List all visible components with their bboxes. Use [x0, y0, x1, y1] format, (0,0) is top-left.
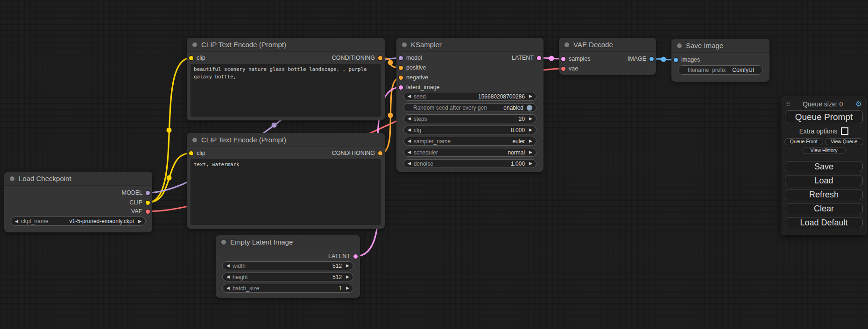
decrement-arrow-icon[interactable]: ◀ [408, 117, 411, 121]
link-dot-cond-2[interactable] [388, 113, 393, 118]
load-default-button[interactable]: Load Default [785, 217, 863, 228]
refresh-button[interactable]: Refresh [785, 189, 863, 200]
collapse-dot-icon[interactable] [565, 42, 569, 47]
node-header[interactable]: Load Checkpoint [4, 172, 152, 186]
increment-arrow-icon[interactable]: ▶ [529, 150, 532, 154]
collapse-dot-icon[interactable] [677, 43, 682, 48]
queue-prompt-button[interactable]: Queue Prompt [785, 110, 863, 124]
collapse-dot-icon[interactable] [402, 42, 407, 47]
node-empty-latent-image[interactable]: Empty Latent Image LATENT ◀ width 512 ▶ … [216, 235, 360, 298]
scheduler-combo[interactable]: ◀ scheduler normal ▶ [403, 148, 536, 157]
decrement-arrow-icon[interactable]: ◀ [226, 264, 230, 268]
drag-handle-icon[interactable]: ⠿ [786, 101, 790, 108]
decrement-arrow-icon[interactable]: ◀ [408, 161, 411, 166]
image-port-icon[interactable] [649, 57, 654, 61]
view-queue-button[interactable]: View Queue [825, 138, 864, 145]
vae-port-icon[interactable] [146, 210, 150, 214]
node-header[interactable]: Save Image [671, 39, 769, 53]
increment-arrow-icon[interactable]: ▶ [138, 219, 141, 224]
toggle-enabled-icon[interactable] [527, 105, 532, 111]
decrement-arrow-icon[interactable]: ◀ [408, 139, 411, 143]
link-dot-clip-2[interactable] [167, 175, 172, 181]
conditioning-port-icon[interactable] [399, 66, 403, 70]
collapse-dot-icon[interactable] [192, 42, 197, 47]
node-header[interactable]: KSampler [396, 38, 543, 52]
node-vae-decode[interactable]: VAE Decode samples vae IMAGE [559, 38, 656, 75]
node-clip-text-encode-negative[interactable]: CLIP Text Encode (Prompt) clip CONDITION… [187, 133, 385, 229]
node-load-checkpoint[interactable]: Load Checkpoint MODEL CLIP VAE ◀ ckpt_na… [4, 172, 152, 232]
clip-port-icon[interactable] [189, 151, 193, 155]
steps-number-widget[interactable]: ◀ steps 20 ▶ [403, 114, 536, 123]
increment-arrow-icon[interactable]: ▶ [346, 286, 349, 290]
ckpt-name-combo[interactable]: ◀ ckpt_name v1-5-pruned-emaonly.ckpt ▶ [11, 217, 146, 226]
vae-port-icon[interactable] [561, 67, 565, 71]
latent-port-icon[interactable] [399, 85, 403, 90]
image-port-icon[interactable] [674, 58, 678, 62]
decrement-arrow-icon[interactable]: ◀ [408, 150, 411, 154]
conditioning-port-icon[interactable] [378, 56, 382, 60]
clip-port-icon[interactable] [146, 201, 150, 205]
queue-small-buttons-row: Queue Front View Queue [784, 138, 863, 145]
widget-value: 1 [339, 285, 342, 292]
increment-arrow-icon[interactable]: ▶ [346, 264, 349, 268]
denoise-number-widget[interactable]: ◀ denoise 1.000 ▶ [403, 159, 536, 168]
settings-gear-icon[interactable]: ⚙ [855, 100, 862, 108]
slot-label: CONDITIONING [332, 55, 375, 61]
prompt-textarea[interactable]: beautiful scenery nature glass bottle la… [191, 64, 381, 117]
decrement-arrow-icon[interactable]: ◀ [226, 275, 230, 279]
increment-arrow-icon[interactable]: ▶ [529, 94, 532, 98]
width-number-widget[interactable]: ◀ width 512 ▶ [222, 261, 353, 270]
prompt-textarea[interactable]: text, watermark [191, 159, 381, 225]
node-title: CLIP Text Encode (Prompt) [201, 41, 286, 49]
model-port-icon[interactable] [399, 56, 403, 60]
latent-port-icon[interactable] [537, 56, 541, 60]
cfg-number-widget[interactable]: ◀ cfg 8.000 ▶ [403, 126, 536, 134]
node-save-image[interactable]: Save Image images filename_prefix ComfyU… [671, 39, 769, 82]
collapse-dot-icon[interactable] [221, 240, 226, 245]
height-number-widget[interactable]: ◀ height 512 ▶ [222, 273, 353, 281]
increment-arrow-icon[interactable]: ▶ [529, 128, 532, 132]
latent-port-icon[interactable] [353, 254, 358, 259]
decrement-arrow-icon[interactable]: ◀ [408, 128, 411, 132]
increment-arrow-icon[interactable]: ▶ [529, 139, 532, 143]
latent-port-icon[interactable] [561, 57, 565, 61]
save-button[interactable]: Save [785, 161, 863, 172]
collapse-dot-icon[interactable] [192, 138, 197, 142]
node-header[interactable]: CLIP Text Encode (Prompt) [187, 38, 385, 52]
conditioning-port-icon[interactable] [399, 76, 403, 80]
clip-port-icon[interactable] [189, 56, 193, 60]
link-dot-latent[interactable] [549, 56, 554, 61]
node-header[interactable]: VAE Decode [559, 38, 656, 52]
seed-number-widget[interactable]: ◀ seed 156680208700286 ▶ [403, 92, 536, 101]
decrement-arrow-icon[interactable]: ◀ [226, 286, 230, 290]
increment-arrow-icon[interactable]: ▶ [529, 161, 532, 166]
view-history-button[interactable]: View History [803, 147, 846, 154]
extra-options-checkbox[interactable] [841, 127, 848, 135]
node-clip-text-encode-positive[interactable]: CLIP Text Encode (Prompt) clip CONDITION… [187, 38, 385, 120]
node-header[interactable]: Empty Latent Image [216, 235, 360, 249]
link-dot-model[interactable] [272, 123, 277, 128]
node-header[interactable]: CLIP Text Encode (Prompt) [187, 133, 385, 147]
load-button[interactable]: Load [785, 175, 863, 186]
batch-size-number-widget[interactable]: ◀ batch_size 1 ▶ [222, 284, 353, 293]
sampler-name-combo[interactable]: ◀ sampler_name euler ▶ [403, 137, 536, 146]
filename-prefix-field[interactable]: filename_prefix ComfyUI [678, 65, 763, 75]
conditioning-port-icon[interactable] [378, 151, 382, 155]
collapse-dot-icon[interactable] [10, 176, 14, 181]
queue-front-button[interactable]: Queue Front [784, 138, 823, 145]
link-dot-cond-1[interactable] [388, 60, 393, 65]
input-slot-latent-image: latent_image [399, 83, 440, 91]
link-dot-image[interactable] [661, 57, 666, 62]
model-port-icon[interactable] [146, 191, 150, 195]
link-dot-clip-1[interactable] [167, 128, 172, 133]
node-editor-canvas[interactable]: Load Checkpoint MODEL CLIP VAE ◀ ckpt_na… [0, 0, 868, 329]
node-ksampler[interactable]: KSampler model positive negative latent_… [396, 38, 543, 172]
decrement-arrow-icon[interactable]: ◀ [15, 219, 18, 224]
decrement-arrow-icon[interactable]: ◀ [408, 94, 411, 98]
increment-arrow-icon[interactable]: ▶ [529, 117, 532, 121]
widget-label: steps [414, 116, 427, 122]
random-seed-toggle-widget[interactable]: Random seed after every gen enabled [403, 103, 536, 112]
increment-arrow-icon[interactable]: ▶ [346, 275, 349, 279]
clear-button[interactable]: Clear [785, 203, 863, 214]
slot-label: model [406, 55, 422, 61]
